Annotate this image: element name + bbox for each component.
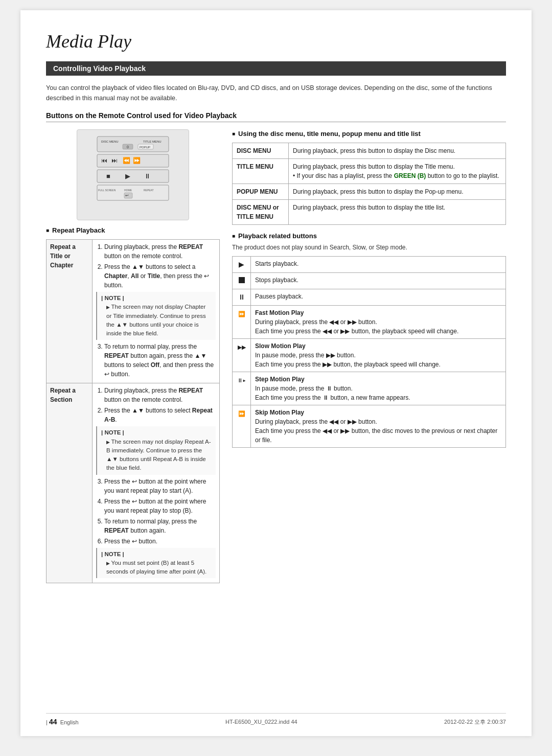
disc-title-menu-label: DISC MENU orTITLE MENU [233, 200, 289, 225]
repeat-section-steps: During playback, press the REPEAT button… [96, 386, 216, 424]
svg-text:FULL SCREEN: FULL SCREEN [98, 189, 116, 192]
table-row: Repeat a Section During playback, press … [47, 383, 220, 583]
repeat-table: Repeat a Title or Chapter During playbac… [46, 239, 220, 583]
step-motion-label: Step Motion Play [255, 376, 305, 383]
svg-text:⏸: ⏸ [144, 172, 151, 180]
step-1: During playback, press the REPEAT button… [104, 242, 216, 261]
step-motion-content: Step Motion Play In pause mode, press th… [251, 372, 506, 405]
popup-menu-label: POPUP MENU [233, 184, 289, 200]
intro-text: You can control the playback of video fi… [46, 83, 506, 103]
step-3: To return to normal play, press the REPE… [104, 342, 216, 379]
play-desc: Starts playback. [251, 257, 506, 273]
svg-text:HOME: HOME [124, 189, 132, 192]
svg-text:■: ■ [106, 172, 110, 180]
repeat-title-content: During playback, press the REPEAT button… [93, 240, 220, 383]
playback-header: Playback related buttons [232, 232, 506, 240]
table-row: ⏩ Fast Motion Play During playback, pres… [233, 306, 506, 339]
disc-menu-label: DISC MENU [233, 143, 289, 159]
right-column: Using the disc menu, title menu, popup m… [232, 129, 506, 583]
remote-control-image: DISC MENU TITLE MENU 0 POPUP ⏮ ⏭ ⏪ [77, 129, 189, 220]
svg-text:⏩: ⏩ [133, 156, 141, 164]
svg-text:POPUP: POPUP [140, 146, 150, 149]
step-2: Press the ▲▼ buttons to select Repeat A-… [104, 406, 216, 424]
play-icon: ▶ [233, 257, 251, 273]
table-row: Repeat a Title or Chapter During playbac… [47, 240, 220, 383]
stop-desc: Stops playback. [251, 273, 506, 289]
step-6: Press the ↩ button. [104, 537, 216, 546]
repeat-title-steps-2: To return to normal play, press the REPE… [96, 342, 216, 379]
repeat-title-label: Repeat a Title or Chapter [47, 240, 93, 383]
page-number: | 44 English [46, 718, 79, 726]
page: Media Play Controlling Video Playback Yo… [20, 10, 532, 736]
svg-text:TITLE MENU: TITLE MENU [143, 140, 162, 143]
disc-menu-header: Using the disc menu, title menu, popup m… [232, 129, 506, 139]
repeat-section-content: During playback, press the REPEAT button… [93, 383, 220, 583]
note-block-2: | NOTE | The screen may not display Repe… [96, 426, 216, 474]
repeat-playback-header: Repeat Playback [46, 226, 220, 234]
pause-icon: ⏸ [233, 289, 251, 306]
popup-menu-desc: During playback, press this button to di… [289, 184, 506, 200]
playback-intro: The product does not play sound in Searc… [232, 243, 506, 252]
table-row: ▶ Starts playback. [233, 257, 506, 273]
svg-text:REPEAT: REPEAT [144, 189, 154, 192]
playback-table: ▶ Starts playback. Stops playback. ⏸ Pau… [232, 256, 506, 448]
table-row: ⏸▶ Step Motion Play In pause mode, press… [233, 372, 506, 405]
repeat-section-steps-2: Press the ↩ button at the point where yo… [96, 477, 216, 546]
svg-text:DISC MENU: DISC MENU [101, 140, 119, 143]
fast-motion-icon: ⏩ [233, 306, 251, 339]
table-row: TITLE MENU During playback, press this b… [233, 159, 506, 184]
table-row: POPUP MENU During playback, press this b… [233, 184, 506, 200]
table-row: ⏸ Pauses playback. [233, 289, 506, 306]
table-row: ⏩ Skip Motion Play During playback, pres… [233, 405, 506, 448]
slow-motion-label: Slow Motion Play [255, 342, 306, 350]
table-row: ▶▶ Slow Motion Play In pause mode, press… [233, 339, 506, 372]
svg-text:0: 0 [127, 145, 129, 149]
note-block-1: | NOTE | The screen may not display Chap… [96, 292, 216, 340]
repeat-title-steps: During playback, press the REPEAT button… [96, 242, 216, 290]
fast-motion-label: Fast Motion Play [255, 309, 304, 316]
repeat-section-label: Repeat a Section [47, 383, 93, 583]
table-row: DISC MENU During playback, press this bu… [233, 143, 506, 159]
date-ref: 2012-02-22 오후 2:00:37 [444, 718, 506, 726]
fast-motion-content: Fast Motion Play During playback, press … [251, 306, 506, 339]
step-5: To return to normal play, press the REPE… [104, 517, 216, 535]
section-header: Controlling Video Playback [46, 61, 506, 76]
skip-motion-content: Skip Motion Play During playback, press … [251, 405, 506, 448]
step-1: During playback, press the REPEAT button… [104, 386, 216, 404]
disc-menu-table: DISC MENU During playback, press this bu… [232, 143, 506, 225]
step-4: Press the ↩ button at the point where yo… [104, 497, 216, 515]
table-row: DISC MENU orTITLE MENU During playback, … [233, 200, 506, 225]
svg-text:↩: ↩ [125, 193, 129, 198]
svg-rect-16 [97, 185, 169, 200]
step-3: Press the ↩ button at the point where yo… [104, 477, 216, 495]
file-ref: HT-E6500_XU_0222.indd 44 [225, 719, 297, 725]
svg-text:▶: ▶ [125, 172, 130, 180]
pause-desc: Pauses playback. [251, 289, 506, 306]
slow-motion-content: Slow Motion Play In pause mode, press th… [251, 339, 506, 372]
skip-motion-label: Skip Motion Play [255, 409, 304, 416]
table-row: Stops playback. [233, 273, 506, 289]
title-menu-desc: During playback, press this button to di… [289, 159, 506, 184]
svg-text:⏪: ⏪ [123, 156, 130, 164]
step-motion-icon: ⏸▶ [233, 372, 251, 405]
title-menu-label: TITLE MENU [233, 159, 289, 184]
left-column: DISC MENU TITLE MENU 0 POPUP ⏮ ⏭ ⏪ [46, 129, 220, 583]
page-title: Media Play [46, 31, 506, 52]
slow-motion-icon: ▶▶ [233, 339, 251, 372]
main-content: DISC MENU TITLE MENU 0 POPUP ⏮ ⏭ ⏪ [46, 129, 506, 583]
note-block-3: | NOTE | You must set point (B) at least… [96, 548, 216, 579]
disc-menu-desc: During playback, press this button to di… [289, 143, 506, 159]
svg-text:⏮: ⏮ [101, 157, 107, 164]
page-footer: | 44 English HT-E6500_XU_0222.indd 44 20… [46, 713, 506, 726]
buttons-subtitle: Buttons on the Remote Control used for V… [46, 111, 506, 122]
stop-icon [233, 273, 251, 289]
skip-motion-icon: ⏩ [233, 405, 251, 448]
svg-rect-0 [97, 136, 169, 152]
svg-text:⏭: ⏭ [111, 157, 118, 164]
disc-title-menu-desc: During playback, press this button to di… [289, 200, 506, 225]
step-2: Press the ▲▼ buttons to select a Chapter… [104, 262, 216, 290]
